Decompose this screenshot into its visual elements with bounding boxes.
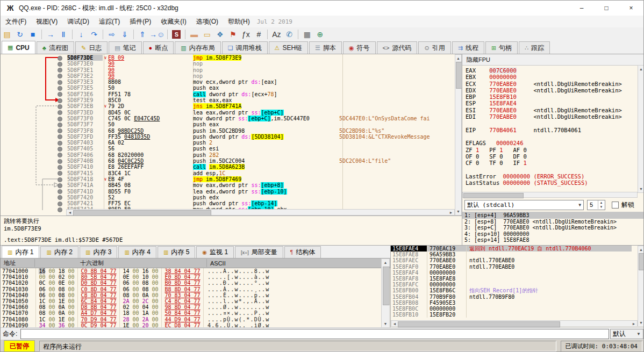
disasm-row[interactable]: 5D8F73E190nop <box>1 67 455 73</box>
menu-item-收[interactable]: 收藏夹(I) <box>156 17 191 26</box>
tab-breakpoints[interactable]: ●断点 <box>143 41 174 54</box>
argument-row[interactable]: 1: [esp+4] 96A59BB3 <box>462 212 644 219</box>
stack-vertical-scrollbar[interactable]: ▲ ▼ <box>638 246 644 327</box>
dump-row[interactable]: 770410200C 00 0E 00D0 8D 04 7706 00 08 0… <box>1 280 381 286</box>
scroll-up-arrow[interactable]: ▲ <box>382 260 389 265</box>
scrollbar-thumb[interactable] <box>456 62 462 89</box>
execute-till-return-icon[interactable]: ⇑ <box>137 28 148 40</box>
argument-row[interactable]: 5: [esp+14] 15E8FAE8 <box>462 237 644 243</box>
disasm-row[interactable]: 5D8F73F0C745 0C E047C45Dmov dword ptr ss… <box>1 116 455 121</box>
register-line[interactable] <box>466 133 635 140</box>
stack-row[interactable]: 15E8FAFC00000000 <box>391 282 632 288</box>
tab-threads[interactable]: ⇉线程 <box>452 41 484 54</box>
bookmarks-icon[interactable]: ⚑ <box>227 28 239 40</box>
register-line[interactable]: EBP 15E8FB10 <box>466 94 635 100</box>
tab-cpu[interactable]: ▦CPU <box>2 41 35 54</box>
close-button[interactable]: × <box>619 1 643 16</box>
tab-trace[interactable]: ∴跟踪 <box>519 41 550 54</box>
dump-row[interactable]: 7704100016 00 18 00C0 8B 04 7714 00 16 0… <box>1 268 381 274</box>
argument-count-stepper[interactable]: 5 ▲▼ <box>587 200 605 210</box>
register-list[interactable]: EAX 007C6000EBX 00000000ECX 770EABE0 <nt… <box>466 67 635 191</box>
disasm-row[interactable]: 5D8F7410E8 26EEFAFFcall im.5D8A623B <box>1 164 455 170</box>
dump-row[interactable]: 7704101000 00 02 0080 5B 04 770E 00 10 0… <box>1 274 381 280</box>
disasm-row[interactable]: 5D8F73E290nop <box>1 73 455 79</box>
scroll-down-arrow[interactable]: ▼ <box>638 320 644 326</box>
tab-graph[interactable]: ♣流程图 <box>37 41 74 54</box>
register-line[interactable]: EAX 007C6000 <box>466 67 635 74</box>
scroll-left-arrow[interactable]: ◄ <box>67 210 73 215</box>
tab-symbols[interactable]: ◉符号 <box>343 41 376 54</box>
tab-log[interactable]: ✎日志 <box>75 41 108 54</box>
register-line[interactable] <box>466 166 635 173</box>
scrollbar-thumb[interactable] <box>383 267 390 305</box>
scroll-down-arrow[interactable]: ▼ <box>638 186 644 192</box>
tab-script[interactable]: ☰脚本 <box>309 41 342 54</box>
argument-row[interactable]: 2: [esp+8] 770EABE0 <ntdll.DbgUiRemoteBr… <box>462 219 644 225</box>
scroll-left-arrow[interactable]: ◄ <box>391 321 398 327</box>
tab-dump3[interactable]: ▥内存 3 <box>80 246 117 258</box>
scrollbar-thumb[interactable] <box>639 253 644 270</box>
register-line[interactable]: ESI 770EABE0 <ntdll.DbgUiRemoteBreakin> <box>466 107 635 113</box>
register-line[interactable]: EBX 00000000 <box>466 74 635 80</box>
tab-references[interactable]: ⊙引用 <box>418 41 450 54</box>
disasm-row[interactable]: 5D8F740556push esi <box>1 146 455 152</box>
strings-icon[interactable]: Az <box>270 28 282 40</box>
patches-icon[interactable]: ▬ <box>188 28 200 40</box>
memory-dump[interactable]: 7704100016 00 18 00C0 8B 04 7714 00 16 0… <box>1 268 381 328</box>
step-into-icon[interactable]: ↓ <box>75 28 87 40</box>
menu-item-选[interactable]: 选项(O) <box>191 17 223 26</box>
hash-icon[interactable]: # <box>253 28 264 40</box>
disasm-row[interactable]: 5D8F73E985C0test eax,eax <box>1 97 455 103</box>
tab-dump4[interactable]: ▥内存 4 <box>118 246 156 258</box>
unlock-checkbox[interactable] <box>612 202 619 209</box>
dump-row[interactable]: 7704107008 00 0A 00A4 D7 04 7718 00 1A 0… <box>1 310 381 316</box>
disasm-row[interactable]: 5D8F73DE∨EB 09jmp im.5D8F73E9 <box>1 55 455 61</box>
disasm-row[interactable]: 5D8F740B68 04C0C25Dpush im.5DC2C0045DC2C… <box>1 158 455 164</box>
tab-source[interactable]: <>源代码 <box>377 41 418 54</box>
disasm-row[interactable]: 5D8F73E6FF51 78call dword ptr ds:[ecx+78… <box>1 91 455 97</box>
disasm-vertical-scrollbar[interactable]: ▲ ▼ <box>455 54 462 215</box>
disasm-row[interactable]: 5D8F73F868 98BDC25Dpush im.5DC2BD985DC2B… <box>1 128 455 134</box>
argument-row[interactable]: 3: [esp+C] 770EABE0 <ntdll.DbgUiRemoteBr… <box>462 225 644 231</box>
stack-row[interactable]: 15E8FAF400000000 <box>391 270 632 276</box>
register-line[interactable]: EDI 770EABE0 <ntdll.DbgUiRemoteBreakin> <box>466 113 635 120</box>
command-profile-select[interactable]: 默认 ▼ <box>610 329 643 339</box>
scroll-up-arrow[interactable]: ▲ <box>638 66 644 72</box>
register-line[interactable]: ECX 770EABE0 <ntdll.DbgUiRemoteBreakin> <box>466 81 635 87</box>
scroll-right-arrow[interactable]: ► <box>448 210 454 215</box>
run-to-cursor-icon[interactable]: ⇨ <box>106 28 118 40</box>
register-line[interactable] <box>466 120 635 126</box>
command-input[interactable] <box>20 329 609 339</box>
disasm-row[interactable]: 5D8F73E550push eax <box>1 85 455 91</box>
register-line[interactable]: CF 0 TF 0 IF 1 <box>466 160 635 166</box>
scroll-down-arrow[interactable]: ▼ <box>455 209 461 214</box>
labels-icon[interactable]: ❖ <box>214 28 226 40</box>
disasm-row[interactable]: 5D8F740668 82020000push 282 <box>1 152 455 158</box>
step-down-icon[interactable]: ⇓ <box>119 28 131 40</box>
stack-row[interactable]: 15E8FAE4770EAC19返回到 ntdll.770EAC19 自 ntd… <box>391 246 632 252</box>
stack-row[interactable]: 15E8FB0C00000000 <box>391 306 632 312</box>
dump-row[interactable]: 770410501C 00 1E 006C 84 04 772A 00 2C 0… <box>1 298 381 304</box>
tab-notes[interactable]: ▤笔记 <box>109 41 141 54</box>
scroll-right-arrow[interactable]: ► <box>631 321 637 327</box>
register-line[interactable]: EFLAGS 00000246 <box>466 140 635 146</box>
calculator-icon[interactable]: ▦ <box>301 28 313 40</box>
register-line[interactable]: EIP 770B4061 ntdll.770B4061 <box>466 127 635 133</box>
browser-icon[interactable]: ⊕ <box>314 28 326 40</box>
stack-row[interactable]: 15E8FAE896A59BB3 <box>391 252 632 257</box>
scrollbar-thumb[interactable] <box>73 210 211 215</box>
stack-pane[interactable]: 15E8FAE4770EAC19返回到 ntdll.770EAC19 自 ntd… <box>390 246 644 328</box>
tab-locals[interactable]: [x=]局部变量 <box>235 246 283 258</box>
tab-dump5[interactable]: ▥内存 5 <box>158 246 195 258</box>
stop-icon[interactable]: ■ <box>27 28 39 40</box>
disasm-row[interactable]: 5D8F73FDFF35 0481D35Dpush dword ptr ds:[… <box>1 134 455 140</box>
disasm-horizontal-scrollbar[interactable]: ◄ ► <box>66 209 455 215</box>
dump-row[interactable]: 7704106008 00 0A 00D8 8B 04 7702 00 04 0… <box>1 304 381 310</box>
tab-call-stack[interactable]: ❏调用堆栈 <box>222 41 268 54</box>
tab-handles[interactable]: ⊞句柄 <box>485 41 518 54</box>
functions-icon[interactable]: ƒx <box>240 28 252 40</box>
comments-icon[interactable]: ▭ <box>201 28 213 40</box>
calling-convention-select[interactable]: 默认 (stdcall) ▼ <box>464 200 584 210</box>
step-over-icon[interactable]: ↷ <box>88 28 100 40</box>
menu-item-文[interactable]: 文件(F) <box>1 17 31 26</box>
